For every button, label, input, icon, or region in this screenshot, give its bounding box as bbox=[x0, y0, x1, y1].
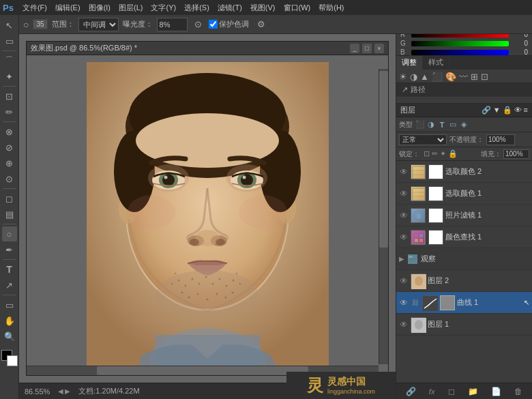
b-slider[interactable] bbox=[411, 50, 509, 55]
tool-gradient[interactable]: ▤ bbox=[2, 207, 17, 222]
svg-point-43 bbox=[224, 296, 226, 298]
tool-spot-heal[interactable]: ⊗ bbox=[2, 124, 17, 139]
layer-lock-icon[interactable]: 🔒 bbox=[503, 106, 512, 115]
tool-history-brush[interactable]: ⊙ bbox=[2, 171, 17, 186]
adjust-icon-6[interactable]: 〰 bbox=[459, 72, 468, 82]
layer-fx-footer-icon[interactable]: fx bbox=[427, 387, 437, 396]
layer-eye-icon[interactable]: 👁 bbox=[399, 298, 409, 308]
brush-size-display[interactable]: 35 bbox=[33, 19, 47, 29]
lock-transparent-icon[interactable]: ⊡ bbox=[424, 149, 430, 158]
menu-window[interactable]: 窗口(W) bbox=[280, 3, 314, 13]
layer-more-icon[interactable]: ≡ bbox=[524, 106, 528, 115]
adjust-icon-5[interactable]: 🎨 bbox=[445, 72, 456, 82]
tool-path-select[interactable]: ↗ bbox=[2, 278, 17, 293]
tab-style[interactable]: 样式 bbox=[423, 56, 449, 70]
tool-crop[interactable]: ⊡ bbox=[2, 89, 17, 104]
menu-file[interactable]: 文件(F) bbox=[19, 3, 50, 13]
doc-maximize-button[interactable]: □ bbox=[362, 44, 372, 53]
layer-group-item[interactable]: ▶ 观察 bbox=[396, 248, 532, 270]
menu-layer[interactable]: 图层(L) bbox=[115, 3, 146, 13]
path-panel-tab[interactable]: ↗ 路径 bbox=[396, 83, 532, 97]
airbrush-icon[interactable]: ⊙ bbox=[194, 19, 202, 29]
fg-bg-swatch[interactable] bbox=[1, 350, 18, 366]
doc-close-button[interactable]: × bbox=[374, 44, 384, 53]
menu-image[interactable]: 图像(I) bbox=[85, 3, 114, 13]
g-slider[interactable] bbox=[411, 41, 509, 46]
canvas-area[interactable] bbox=[27, 55, 388, 375]
lock-pixels-icon[interactable]: ✏ bbox=[432, 149, 438, 158]
tool-hand[interactable]: ✋ bbox=[2, 313, 17, 328]
tool-eraser[interactable]: ◻ bbox=[2, 191, 17, 206]
kind-smart-icon[interactable]: ◈ bbox=[459, 120, 469, 130]
layer-link-chain-icon[interactable]: ⛓ bbox=[411, 298, 420, 308]
tool-lasso[interactable]: ⌒ bbox=[2, 53, 17, 68]
layer-item[interactable]: 👁 照片滤镜 1 bbox=[396, 205, 532, 226]
exposure-input[interactable] bbox=[157, 18, 188, 31]
tool-clone[interactable]: ⊕ bbox=[2, 156, 17, 171]
layer-item[interactable]: 👁 图层 2 bbox=[396, 270, 532, 292]
tool-arrow[interactable]: ↖ bbox=[2, 18, 17, 33]
layer-group-footer-icon[interactable]: 📁 bbox=[466, 387, 480, 396]
tool-zoom[interactable]: 🔍 bbox=[2, 329, 17, 344]
tool-magic-wand[interactable]: ✦ bbox=[2, 69, 17, 84]
layer-new-footer-icon[interactable]: 📄 bbox=[489, 387, 503, 396]
layer-item[interactable]: 👁 ⛓ 曲线 1 ↖ bbox=[396, 292, 532, 314]
layer-eye-icon[interactable]: 👁 bbox=[399, 211, 409, 220]
menu-help[interactable]: 帮助(H) bbox=[315, 3, 347, 13]
kind-type-icon[interactable]: T bbox=[437, 120, 447, 130]
adjust-icon-7[interactable]: ⊞ bbox=[471, 72, 478, 82]
layer-item[interactable]: 👁 选取颜色 2 bbox=[396, 161, 532, 183]
doc-minimize-button[interactable]: _ bbox=[350, 44, 359, 53]
layer-eye-icon[interactable]: 👁 bbox=[399, 276, 409, 286]
kind-adjust-icon[interactable]: ◑ bbox=[426, 120, 436, 130]
group-arrow-icon[interactable]: ▶ bbox=[399, 255, 404, 263]
tool-select-rect[interactable]: ▭ bbox=[2, 33, 17, 48]
layer-eye-icon[interactable]: 👁 bbox=[399, 189, 409, 198]
status-nav-left[interactable]: ◀ bbox=[58, 387, 63, 395]
menu-text[interactable]: 文字(Y) bbox=[147, 3, 179, 13]
layer-item[interactable]: 👁 颜色查找 1 bbox=[396, 226, 532, 248]
opacity-input[interactable] bbox=[486, 134, 515, 145]
layer-eye-icon[interactable]: 👁 bbox=[399, 233, 409, 242]
lock-position-icon[interactable]: ✦ bbox=[440, 149, 446, 158]
tool-eyedropper[interactable]: ✏ bbox=[2, 104, 17, 119]
fill-input[interactable] bbox=[503, 149, 529, 159]
layer-visibility-icon[interactable]: 👁 bbox=[514, 106, 522, 115]
menu-filter[interactable]: 滤镜(T) bbox=[214, 3, 246, 13]
canvas-vscroll[interactable] bbox=[379, 69, 388, 364]
protect-tone-checkbox[interactable] bbox=[209, 20, 218, 29]
blend-mode-select[interactable]: 正常 溶解 正片叠底 滤色 叠加 bbox=[399, 134, 447, 145]
kind-shape-icon[interactable]: ▭ bbox=[448, 120, 458, 130]
adjust-icon-3[interactable]: ▲ bbox=[420, 72, 429, 82]
adjust-icon-8[interactable]: ⊡ bbox=[481, 72, 488, 82]
layer-mask-footer-icon[interactable]: ◻ bbox=[446, 387, 457, 396]
tool-shape[interactable]: ▭ bbox=[2, 297, 17, 312]
protect-tone-label[interactable]: 保护色调 bbox=[209, 19, 249, 29]
menu-view[interactable]: 视图(V) bbox=[247, 3, 279, 13]
background-color[interactable] bbox=[7, 355, 18, 366]
tool-pen[interactable]: ✒ bbox=[2, 242, 17, 257]
canvas-image[interactable] bbox=[87, 62, 329, 369]
layer-delete-footer-icon[interactable]: 🗑 bbox=[512, 387, 524, 396]
adjust-icon-4[interactable]: ⬛ bbox=[432, 72, 443, 82]
layer-link-footer-icon[interactable]: 🔗 bbox=[404, 387, 418, 396]
menu-select[interactable]: 选择(S) bbox=[181, 3, 213, 13]
tool-brush[interactable]: ⊘ bbox=[2, 140, 17, 155]
tab-adjust[interactable]: 调整 bbox=[396, 56, 423, 70]
tool-type[interactable]: T bbox=[2, 262, 17, 277]
layer-link-icon[interactable]: 🔗 bbox=[482, 106, 491, 115]
settings-icon[interactable]: ⚙ bbox=[257, 19, 265, 29]
layer-filter-icon[interactable]: ▼ bbox=[493, 106, 501, 115]
tool-dodge[interactable]: ○ bbox=[2, 226, 17, 241]
layer-item[interactable]: 👁 图层 1 bbox=[396, 314, 532, 336]
layer-eye-icon[interactable]: 👁 bbox=[399, 167, 409, 177]
range-select[interactable]: 中间调 高光 阴影 bbox=[78, 18, 119, 31]
lock-all-icon[interactable]: 🔒 bbox=[448, 149, 458, 158]
menu-edit[interactable]: 编辑(E) bbox=[52, 3, 84, 13]
layer-item[interactable]: 👁 选取颜色 1 bbox=[396, 183, 532, 205]
adjust-icon-1[interactable]: ☀ bbox=[399, 72, 407, 82]
status-nav-right[interactable]: ▶ bbox=[65, 387, 70, 395]
adjust-icon-2[interactable]: ◑ bbox=[410, 72, 417, 82]
layer-eye-icon[interactable]: 👁 bbox=[399, 320, 409, 329]
kind-pixel-icon[interactable]: ⬛ bbox=[415, 120, 425, 130]
